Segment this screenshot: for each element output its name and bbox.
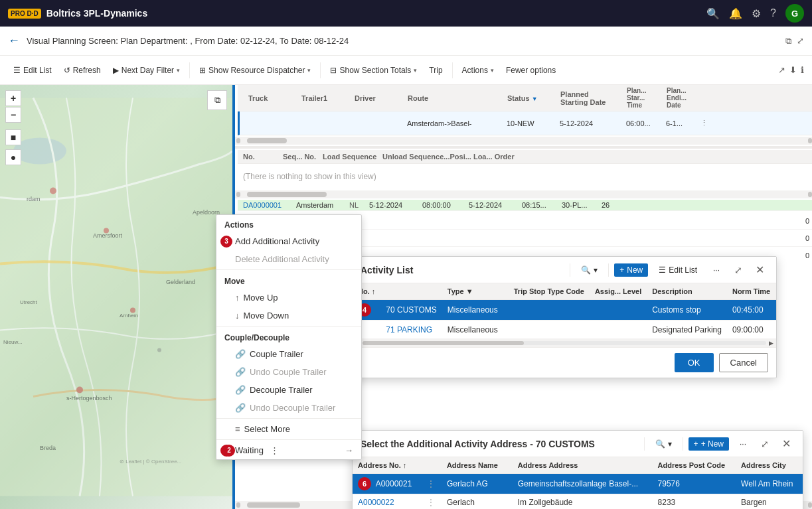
activity-ok-button[interactable]: OK	[675, 353, 714, 372]
addr2-menu[interactable]: ⋮	[422, 494, 442, 510]
svg-point-5	[76, 387, 83, 394]
address-table-header-row: Address No. ↑ Address Name Address Addre…	[353, 457, 803, 474]
address-link-1[interactable]: A0000021	[376, 479, 412, 488]
bottom-data-row[interactable]: DA0000001 Amsterdam NL 5-12-2024 08:00:0…	[238, 200, 812, 211]
bdr-location: Amsterdam	[296, 201, 349, 209]
filter-icon[interactable]: ⬇	[789, 65, 797, 75]
menu-decouple-trailer[interactable]: 🔗 Decouple Trailer	[216, 381, 361, 399]
menu-couple-trailer[interactable]: 🔗 Couple Trailer	[216, 345, 361, 363]
addr2-name: Gerlach	[442, 494, 513, 510]
h-scrollbar-top[interactable]	[232, 137, 812, 145]
zoom-out-button[interactable]: −	[5, 107, 21, 123]
atr2-norm-time: 09:00:00	[727, 321, 776, 339]
search-icon[interactable]: 🔍	[706, 7, 720, 20]
h-scrollbar-bottom[interactable]	[232, 190, 812, 198]
activity-no-link-2[interactable]: 71 PARKING	[386, 325, 432, 334]
menu-move-section: Move	[216, 271, 361, 289]
show-section-caret: ▾	[414, 67, 417, 74]
activity-hscroll[interactable]: ◀ ▶	[353, 339, 776, 347]
activity-row-1[interactable]: 4 70 CUSTOMS Miscellaneous Customs stop …	[353, 300, 776, 321]
h-scrollbar-thumb-final[interactable]	[247, 502, 300, 508]
top-bar-right: 🔍 🔔 ⚙ ? G	[706, 4, 804, 23]
address-row-1[interactable]: 6 A0000021 ⋮ Gerlach AG Gemeinschaftszol…	[353, 474, 803, 494]
window-restore-icon[interactable]: ⧉	[785, 36, 791, 46]
menu-separator-4	[216, 439, 361, 440]
menu-select-more[interactable]: ≡ Select More	[216, 420, 361, 438]
activity-more-button[interactable]: ···	[708, 263, 725, 277]
activity-row-2[interactable]: 71 PARKING Miscellaneous Designated Park…	[353, 321, 776, 339]
actions-button[interactable]: Actions ▾	[457, 63, 499, 78]
activity-expand-icon[interactable]: ⤢	[730, 263, 746, 277]
activity-panel-scroll[interactable]: No. ↑ Type ▼ Trip Stop Type Code Assig..…	[353, 283, 776, 339]
table-row[interactable]: Amsterdam->Basel- 10-NEW 5-12-2024 06:00…	[238, 111, 812, 135]
back-button[interactable]: ←	[8, 34, 20, 48]
settings-icon[interactable]: ⚙	[752, 7, 761, 20]
addr2-city: Bargen	[736, 494, 803, 510]
share-icon[interactable]: ↗	[778, 65, 785, 75]
address-panel-scroll[interactable]: Address No. ↑ Address Name Address Addre…	[353, 457, 803, 509]
edit-list-icon: ☰	[13, 66, 21, 75]
row-menu-btn[interactable]: ⋮	[700, 119, 714, 127]
address-link-2[interactable]: A0000022	[358, 498, 394, 507]
menu-move-up[interactable]: ↑ Move Up	[216, 289, 361, 307]
help-icon[interactable]: ?	[770, 7, 776, 19]
map-dot-button[interactable]: ●	[5, 149, 21, 165]
address-more-button[interactable]: ···	[734, 437, 752, 451]
atr1-type: Miscellaneous	[442, 300, 509, 321]
fewer-options-button[interactable]: Fewer options	[501, 63, 561, 78]
address-expand-icon[interactable]: ⤢	[757, 437, 773, 451]
td-end-date: 6-1...	[661, 118, 700, 129]
map-layers-button[interactable]: ⧉	[207, 90, 227, 110]
bottom-table-header: No. Seq... No. Load Sequence Unload Sequ…	[238, 150, 812, 164]
menu-delete-additional-activity[interactable]: Delete Additional Activity	[216, 250, 361, 268]
menu-move-down[interactable]: ↓ Move Down	[216, 307, 361, 325]
h-scrollbar-thumb-bottom[interactable]	[247, 192, 327, 197]
atr2-description: Designated Parking	[647, 321, 727, 339]
trip-button[interactable]: Trip	[424, 63, 447, 78]
refresh-button[interactable]: ↺ Refresh	[58, 63, 106, 78]
edit-list-button[interactable]: ☰ Edit List	[8, 63, 57, 78]
activity-scroll-thumb[interactable]	[363, 341, 524, 345]
activity-scroll-right[interactable]: ▶	[769, 340, 773, 346]
show-resource-caret: ▾	[307, 67, 311, 74]
menu-waiting[interactable]: 1 Waiting 2 ⋮ →	[216, 441, 361, 459]
activity-close-button[interactable]: ✕	[752, 262, 768, 277]
info-icon[interactable]: ℹ	[801, 65, 804, 75]
menu-add-additional-activity[interactable]: 3 Add Additional Activity	[216, 232, 361, 250]
svg-text:s-Hertogenbosch: s-Hertogenbosch	[66, 395, 112, 401]
select-more-icon: ≡	[235, 424, 240, 434]
address-new-button[interactable]: + + New	[689, 437, 729, 451]
show-section-totals-button[interactable]: ⊟ Show Section Totals ▾	[325, 63, 422, 78]
activity-no-link-1[interactable]: 70 CUSTOMS	[386, 305, 436, 315]
addr2-post-code: 8233	[653, 494, 736, 510]
map-square-button[interactable]: ■	[5, 129, 21, 145]
map-placeholder: rdam Amersfoort Arnhem s-Hertogenbosch B…	[0, 85, 232, 509]
bell-icon[interactable]: 🔔	[729, 7, 742, 20]
activity-new-button[interactable]: + New	[614, 263, 648, 277]
show-resource-dispatcher-button[interactable]: ⊞ Show Resource Dispatcher ▾	[194, 63, 316, 78]
address-row-2[interactable]: A0000022 ⋮ Gerlach Im Zollgebäude 8233 B…	[353, 494, 803, 510]
h-scrollbar-thumb-top[interactable]	[247, 138, 287, 143]
address-close-button[interactable]: ✕	[778, 436, 795, 451]
activity-panel-sep	[570, 263, 570, 277]
activity-edit-list-button[interactable]: ☰ Edit List	[653, 263, 702, 277]
address-search-button[interactable]: 🔍 ▾	[650, 437, 677, 451]
ath-no-text	[380, 283, 442, 300]
avatar[interactable]: G	[785, 4, 804, 23]
svg-text:Breda: Breda	[40, 445, 56, 451]
context-menu-title: Actions	[224, 220, 254, 230]
zoom-in-button[interactable]: +	[5, 90, 21, 106]
window-expand-icon[interactable]: ⤢	[797, 36, 804, 46]
atr2-no: 71 PARKING	[380, 321, 442, 339]
next-day-filter-button[interactable]: ▶ Next Day Filter ▾	[108, 63, 185, 78]
menu-undo-decouple-trailer[interactable]: 🔗 Undo Decouple Trailer	[216, 399, 361, 417]
toolbar: ☰ Edit List ↺ Refresh ▶ Next Day Filter …	[0, 56, 812, 85]
activity-cancel-button[interactable]: Cancel	[719, 353, 768, 372]
address-panel: Select the Additional Activity Address -…	[352, 430, 803, 509]
menu-undo-couple-trailer[interactable]: 🔗 Undo Couple Trailer	[216, 363, 361, 381]
addr1-menu[interactable]: ⋮	[422, 474, 442, 494]
addr1-post-code: 79576	[653, 474, 736, 494]
menu-separator-3	[216, 418, 361, 419]
activity-list-panel: Activity List 🔍 ▾ + New ☰ Edit List ··· …	[352, 256, 777, 378]
activity-search-button[interactable]: 🔍 ▾	[576, 263, 603, 277]
